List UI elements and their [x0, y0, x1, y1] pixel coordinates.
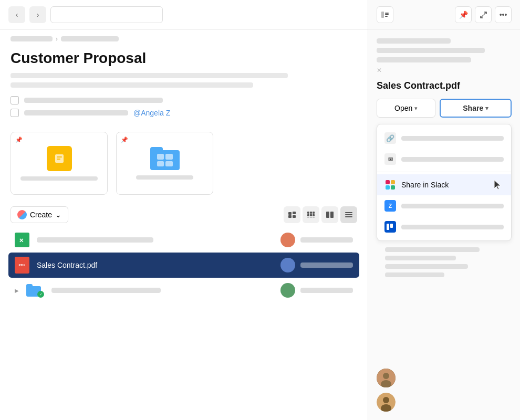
folder-view-button[interactable] [284, 206, 300, 223]
right-top-bar: 📌 ••• [368, 0, 520, 30]
breadcrumb-item-2[interactable] [61, 36, 119, 41]
file-list: ✕ Sales Contract.pdf ▶ [0, 228, 368, 303]
file-avatar-3 [280, 283, 295, 298]
card-folder[interactable]: 📌 [116, 132, 213, 195]
svg-rect-16 [313, 217, 315, 218]
open-label: Open [394, 104, 412, 112]
share-dropdown: 🔗 ✉ Share in Slack [377, 124, 512, 241]
breadcrumb: › [0, 30, 368, 46]
bottom-skeleton-1 [385, 247, 480, 252]
trello-item-line [401, 225, 504, 229]
folder-icon-large [150, 147, 180, 170]
toolbar-row: Create ⌄ [0, 201, 368, 228]
checkbox-rows: @Angela Z [0, 92, 368, 125]
svg-rect-20 [345, 214, 352, 215]
svg-rect-30 [390, 224, 393, 228]
svg-rect-13 [313, 214, 315, 216]
checkbox-row-1 [11, 96, 357, 104]
bottom-skeleton-2 [385, 256, 456, 260]
checkbox-row-2: @Angela Z [11, 109, 357, 117]
breadcrumb-item-1[interactable] [11, 36, 53, 41]
svg-rect-17 [326, 212, 329, 218]
page-title: Customer Proposal [0, 46, 368, 73]
svg-rect-7 [293, 215, 296, 218]
forward-button[interactable]: › [29, 6, 46, 23]
right-bottom-section [368, 360, 520, 420]
create-icon [17, 210, 27, 219]
list-view-button[interactable] [340, 206, 357, 223]
file-bar-2 [300, 262, 353, 268]
svg-rect-25 [385, 14, 389, 15]
file-row-pdf[interactable]: Sales Contract.pdf [8, 253, 359, 278]
avatar-row-1 [377, 369, 512, 387]
svg-rect-5 [293, 212, 296, 214]
share-email-item[interactable]: ✉ [377, 149, 511, 170]
avatar-1 [377, 369, 396, 387]
svg-rect-24 [385, 13, 389, 14]
share-button[interactable]: Share ▾ [440, 99, 512, 118]
left-panel: ‹ › 🔍 › Customer Proposal @Angela Z [0, 0, 368, 420]
checkbox-2[interactable] [11, 109, 19, 117]
file-row-excel[interactable]: ✕ [8, 228, 359, 251]
svg-rect-9 [310, 212, 312, 214]
folder-filename-placeholder [51, 288, 161, 293]
link-icon: 🔗 [384, 132, 396, 144]
more-button[interactable]: ••• [495, 6, 512, 23]
file-row-folder[interactable]: ▶ ✓ [8, 279, 359, 302]
card-google-slides[interactable]: 📌 [11, 132, 108, 195]
expand-button[interactable] [475, 6, 492, 23]
checkbox-1[interactable] [11, 96, 19, 104]
bottom-skeleton-3 [385, 264, 468, 269]
svg-rect-2 [57, 156, 62, 158]
create-label: Create [30, 211, 52, 219]
excel-icon-wrapper: ✕ [15, 233, 32, 247]
file-avatar-1 [280, 233, 295, 247]
svg-rect-3 [57, 159, 60, 160]
pin-button[interactable]: 📌 [455, 6, 472, 23]
action-buttons: Open ▾ Share ▾ [377, 99, 512, 118]
svg-rect-19 [345, 212, 352, 213]
trello-icon [384, 221, 396, 233]
share-link-item[interactable]: 🔗 [377, 128, 511, 149]
zoom-item-line [401, 204, 504, 208]
mention-angela[interactable]: @Angela Z [133, 109, 170, 117]
card-view-button[interactable] [321, 206, 338, 223]
create-button[interactable]: Create ⌄ [11, 206, 68, 223]
check-badge: ✓ [37, 291, 44, 298]
slack-label: Share in Slack [401, 181, 449, 189]
search-wrapper: 🔍 [50, 6, 359, 23]
svg-rect-23 [381, 12, 384, 18]
svg-rect-10 [313, 212, 315, 214]
back-button[interactable]: ‹ [8, 6, 25, 23]
pdf-icon-wrapper [15, 257, 32, 274]
x-mark: ✕ [377, 67, 382, 74]
search-input[interactable] [50, 6, 163, 23]
bottom-skeletons [377, 247, 512, 277]
cursor-area [493, 179, 504, 191]
svg-rect-6 [288, 215, 292, 218]
checkbox-line-1 [24, 98, 163, 103]
folder-icon-wrapper: ✓ [26, 284, 43, 297]
expand-arrow: ▶ [15, 288, 19, 293]
pin-icon-2: 📌 [121, 136, 128, 143]
svg-rect-12 [310, 214, 312, 216]
share-trello-item[interactable] [377, 216, 511, 237]
share-label: Share [463, 104, 483, 112]
create-chevron: ⌄ [55, 211, 61, 219]
open-button[interactable]: Open ▾ [377, 99, 435, 118]
google-slides-icon [47, 146, 72, 171]
right-content: ✕ Sales Contract.pdf Open ▾ Share ▾ 🔗 [368, 30, 520, 360]
share-slack-item[interactable]: Share in Slack [377, 174, 511, 195]
svg-rect-14 [307, 217, 309, 218]
share-zoom-item[interactable]: Z [377, 195, 511, 216]
grid-view-button[interactable] [303, 206, 319, 223]
pin-icon: 📌 [15, 136, 23, 143]
cards-row: 📌 📌 [0, 125, 368, 201]
svg-rect-18 [330, 212, 334, 218]
content-lines [0, 73, 368, 92]
sidebar-toggle-button[interactable] [377, 6, 393, 23]
slack-icon [384, 179, 396, 191]
content-line-1 [11, 73, 288, 78]
svg-rect-21 [345, 216, 352, 217]
link-item-line [401, 136, 504, 141]
